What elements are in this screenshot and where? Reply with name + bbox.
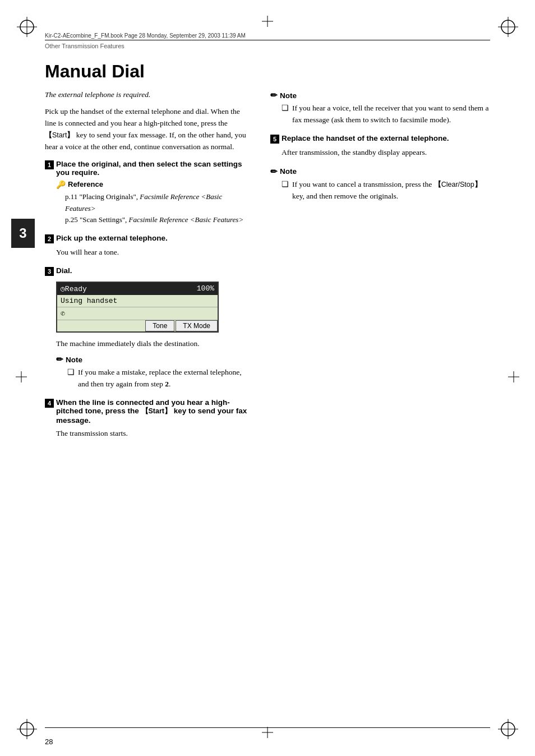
right-note-1-content: ❏ If you hear a voice, tell the receiver… [282,103,490,126]
note-bullet: ❏ [67,367,75,390]
step-4-body: The transmission starts. [56,428,252,440]
step-5: 5 Replace the handset of the external te… [270,134,490,159]
corner-mark-tl [17,17,37,37]
step-5-heading-text: Replace the handset of the external tele… [282,134,449,142]
center-mark-top [262,16,273,29]
file-info: Kir-C2-AEcombine_F_FM.book Page 28 Monda… [45,33,490,39]
lcd-header-left: ◷Ready [61,284,87,293]
col-left: The external telephone is required. Pick… [45,90,252,448]
step-3-heading-text: Dial. [56,266,72,275]
step-3-note-heading: ✏ Note [56,354,252,365]
step-5-num: 5 [270,135,279,144]
step-1-heading: 1 Place the original, and then select th… [45,160,252,177]
step-4-heading: 4 When the line is connected and you hea… [45,398,252,425]
step-3: 3 Dial. ◷Ready 100% Using handset ✆ Tone [45,266,252,390]
corner-mark-br [498,719,518,739]
reference-heading: 🔑 Reference [56,180,252,189]
right-note-2-content: ❏ If you want to cancel a transmission, … [282,179,490,202]
lcd-header-right: 100% [197,284,214,293]
bottom-rule [45,727,490,728]
reference-text: p.11 "Placing Originals", Facsimile Refe… [65,191,252,226]
note-icon-r2: ✏ [270,167,278,177]
step-4-num: 4 [45,399,54,408]
center-mark-bottom [262,727,273,740]
step-2-body: You will hear a tone. [56,247,252,259]
note-label-r1: Note [280,91,297,100]
step-1-reference: 🔑 Reference p.11 "Placing Originals", Fa… [56,180,252,226]
note-bullet-r1: ❏ [282,103,289,126]
center-mark-left [16,371,27,385]
step-2-num: 2 [45,234,54,243]
step-3-note-item-1: ❏ If you make a mistake, replace the ext… [67,367,252,390]
right-note-2-item: ❏ If you want to cancel a transmission, … [282,179,490,202]
step-2: 2 Pick up the external telephone. You wi… [45,234,252,259]
lcd-header-row: ◷Ready 100% [57,283,218,295]
right-note-1-heading: ✏ Note [270,90,490,100]
content-area: 3 Manual Dial The external telephone is … [45,62,490,711]
step-3-num: 3 [45,267,54,276]
page-title: Manual Dial [45,62,490,81]
right-note-2: ✏ Note ❏ If you want to cancel a transmi… [270,167,490,202]
reference-line-2: p.25 "Scan Settings", Facsimile Referenc… [65,214,252,226]
note-icon-3: ✏ [56,354,63,365]
corner-mark-tr [498,17,518,37]
lcd-tone-button: Tone [145,320,174,331]
page-container: Kir-C2-AEcombine_F_FM.book Page 28 Monda… [0,0,535,756]
header-bar: Kir-C2-AEcombine_F_FM.book Page 28 Monda… [45,33,490,49]
reference-label: Reference [68,180,103,188]
step-3-note: ✏ Note ❏ If you make a mistake, replace … [56,354,252,390]
col-right: ✏ Note ❏ If you hear a voice, tell the r… [270,90,490,448]
right-note-1: ✏ Note ❏ If you hear a voice, tell the r… [270,90,490,126]
reference-line-1: p.11 "Placing Originals", Facsimile Refe… [65,191,252,215]
right-note-2-text: If you want to cancel a transmission, pr… [292,179,490,202]
right-note-2-heading: ✏ Note [270,167,490,177]
step-4: 4 When the line is connected and you hea… [45,398,252,440]
step-3-note-content: ❏ If you make a mistake, replace the ext… [67,367,252,390]
lcd-row-icon: ✆ [57,307,218,320]
step-3-heading: 3 Dial. [45,266,252,276]
center-mark-right [508,371,519,385]
note-bullet-r2: ❏ [282,179,289,202]
reference-icon: 🔑 [56,180,66,189]
step-1: 1 Place the original, and then select th… [45,160,252,226]
lcd-tx-mode-button: TX Mode [176,320,218,331]
step-1-heading-text: Place the original, and then select the … [56,160,252,177]
step-3-body: The machine immediately dials the destin… [56,338,252,350]
right-note-1-text: If you hear a voice, tell the receiver t… [292,103,490,126]
step-3-note-text: If you make a mistake, replace the exter… [78,367,252,390]
intro-italic: The external telephone is required. [45,90,252,99]
body-intro: Pick up the handset of the external tele… [45,106,252,153]
note-label-r2: Note [280,167,297,176]
two-col: The external telephone is required. Pick… [45,90,490,448]
step-1-num: 1 [45,160,54,169]
step-5-body: After transmission, the standby display … [282,147,490,159]
corner-mark-bl [17,719,37,739]
lcd-buttons-row: Tone TX Mode [57,320,218,331]
step-2-heading: 2 Pick up the external telephone. [45,234,252,243]
header-rule [45,40,490,40]
step-2-heading-text: Pick up the external telephone. [56,234,168,242]
step-4-heading-text: When the line is connected and you hear … [56,398,252,425]
note-label-3: Note [66,356,82,364]
lcd-display: ◷Ready 100% Using handset ✆ Tone TX Mode [56,282,219,333]
section-label: Other Transmission Features [45,43,490,49]
right-note-1-item: ❏ If you hear a voice, tell the receiver… [282,103,490,126]
chapter-tab: 3 [11,219,35,248]
note-icon-r1: ✏ [270,90,278,100]
step-5-heading: 5 Replace the handset of the external te… [270,134,490,144]
page-number: 28 [45,737,53,746]
lcd-row-1: Using handset [57,295,218,307]
